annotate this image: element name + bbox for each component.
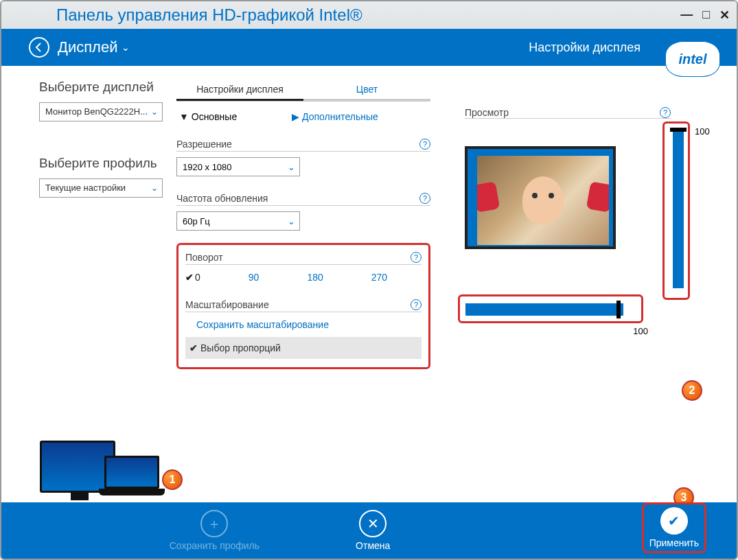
left-column: Выберите дисплей Монитор BenQG2222H... ⌄… (39, 80, 176, 464)
footer-bar: ＋ Сохранить профиль ✕ Отмена ✔ Применить (1, 502, 737, 559)
page-dropdown[interactable]: Дисплей ⌄ (58, 38, 130, 56)
chevron-down-icon: ⌄ (151, 183, 158, 193)
refresh-select[interactable]: 60p Гц ⌄ (176, 211, 300, 231)
resolution-label: Разрешение (176, 139, 232, 150)
preview-area: 100 100 (465, 126, 671, 290)
scaling-block: Масштабирование ? Сохранить масштабирова… (185, 299, 422, 359)
rotation-label: Поворот (185, 252, 223, 263)
window-controls: — □ ✕ (680, 8, 730, 23)
close-icon: ✕ (359, 510, 387, 537)
titlebar: Панель управления HD-графикой Intel® — □… (1, 1, 737, 29)
help-icon[interactable]: ? (411, 299, 422, 310)
content-area: Выберите дисплей Монитор BenQG2222H... ⌄… (1, 66, 737, 464)
displays-illustration (40, 424, 163, 500)
select-display-label: Выберите дисплей (39, 80, 163, 95)
check-icon: ✔ (660, 507, 688, 535)
tab-display-settings[interactable]: Настройки дисплея (176, 80, 303, 101)
rotation-options: 0 90 180 270 (185, 272, 422, 283)
vertical-scaling-highlight: 100 (662, 121, 690, 300)
rotation-90[interactable]: 90 (249, 272, 260, 283)
annotation-badge-2: 2 (682, 380, 702, 401)
cancel-button[interactable]: ✕ Отмена (356, 510, 390, 551)
display-select-value: Монитор BenQG2222H... (45, 106, 148, 117)
save-profile-button: ＋ Сохранить профиль (170, 510, 260, 551)
chevron-down-icon: ⌄ (288, 162, 295, 172)
resolution-value: 1920 x 1080 (183, 162, 232, 172)
subtab-basic[interactable]: Основные (179, 111, 237, 122)
rotation-block: Поворот ? 0 90 180 270 (185, 252, 422, 283)
vertical-scaling-value: 100 (695, 126, 710, 137)
rotation-180[interactable]: 180 (307, 272, 323, 283)
rotation-270[interactable]: 270 (371, 272, 387, 283)
back-button[interactable] (29, 37, 49, 58)
tab-color[interactable]: Цвет (303, 80, 430, 101)
help-icon[interactable]: ? (419, 139, 430, 150)
help-icon[interactable]: ? (660, 107, 671, 118)
vertical-scaling-slider[interactable] (673, 130, 684, 288)
subtab-advanced[interactable]: Дополнительные (292, 111, 378, 122)
refresh-value: 60p Гц (183, 216, 210, 226)
right-column: Просмотр ? 100 100 (451, 80, 716, 464)
rotation-0[interactable]: 0 (185, 272, 200, 283)
rotation-scaling-highlight: Поворот ? 0 90 180 270 Масштабирование ?… (176, 243, 430, 369)
chevron-down-icon: ⌄ (151, 107, 158, 117)
laptop-icon (99, 456, 165, 500)
subtab-bar: Основные Дополнительные (176, 111, 430, 122)
cancel-label: Отмена (356, 540, 390, 551)
apply-button[interactable]: ✔ Применить (649, 507, 699, 548)
vertical-slider-thumb[interactable] (670, 128, 687, 132)
middle-column: Настройки дисплея Цвет Основные Дополнит… (176, 80, 451, 464)
page-title: Дисплей (58, 38, 117, 56)
window-title: Панель управления HD-графикой Intel® (8, 5, 680, 25)
aspect-ratio-option[interactable]: Выбор пропорций (185, 337, 422, 359)
save-profile-label: Сохранить профиль (170, 540, 260, 551)
annotation-badge-1: 1 (162, 469, 183, 490)
header-bar: Дисплей ⌄ Настройки дисплея (1, 29, 737, 66)
resolution-select[interactable]: 1920 x 1080 ⌄ (176, 157, 300, 176)
preview-image (477, 156, 609, 245)
arrow-left-icon (34, 42, 45, 53)
horizontal-scaling-highlight: 100 (458, 294, 643, 323)
plus-icon: ＋ (200, 510, 228, 537)
resolution-block: Разрешение ? 1920 x 1080 ⌄ (176, 139, 430, 176)
profile-select[interactable]: Текущие настройки ⌄ (39, 178, 163, 198)
help-icon[interactable]: ? (411, 252, 422, 263)
preview-monitor (465, 146, 616, 249)
display-select[interactable]: Монитор BenQG2222H... ⌄ (39, 102, 163, 121)
maximize-icon[interactable]: □ (702, 8, 710, 23)
horizontal-slider-thumb[interactable] (616, 301, 621, 318)
scaling-label: Масштабирование (185, 299, 269, 310)
tab-bar: Настройки дисплея Цвет (176, 80, 430, 102)
save-scaling-link[interactable]: Сохранить масштабирование (196, 319, 422, 330)
select-profile-label: Выберите профиль (39, 156, 163, 172)
minimize-icon[interactable]: — (680, 8, 693, 23)
horizontal-scaling-value: 100 (633, 326, 648, 336)
horizontal-scaling-slider[interactable] (465, 303, 623, 316)
refresh-label: Частота обновления (176, 193, 268, 204)
help-icon[interactable]: ? (419, 193, 430, 204)
profile-select-value: Текущие настройки (45, 183, 126, 193)
apply-label: Применить (649, 537, 699, 548)
section-title: Настройки дисплея (529, 40, 641, 55)
chevron-down-icon: ⌄ (288, 216, 295, 226)
chevron-down-icon: ⌄ (122, 42, 130, 53)
apply-highlight: ✔ Применить (642, 502, 706, 553)
preview-label: Просмотр (465, 107, 509, 118)
close-icon[interactable]: ✕ (719, 8, 730, 23)
refresh-block: Частота обновления ? 60p Гц ⌄ (176, 193, 430, 231)
